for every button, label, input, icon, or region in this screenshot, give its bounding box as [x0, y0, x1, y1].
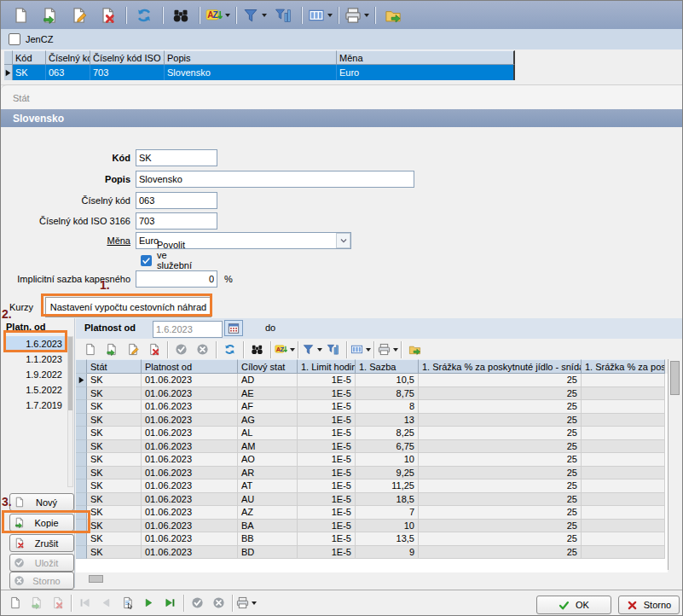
platnost-od-input[interactable]	[153, 321, 223, 338]
list-item[interactable]: 1.9.2022	[4, 367, 66, 382]
table-row[interactable]: SK01.06.2023BD1E-5925	[76, 546, 668, 560]
page-new-button[interactable]	[4, 594, 26, 612]
apply-button[interactable]	[171, 340, 192, 358]
sort-button[interactable]: AZ	[274, 340, 295, 358]
scrollbar-thumb[interactable]	[670, 361, 680, 395]
column-header[interactable]: 1. Limit hodin	[298, 359, 356, 374]
rates-horizontal-scrollbar[interactable]	[76, 574, 668, 584]
filter-button[interactable]	[301, 340, 322, 358]
page-open-button	[26, 594, 47, 612]
columns-button[interactable]	[350, 340, 371, 358]
page-new-button[interactable]	[79, 340, 101, 358]
kapesne-input[interactable]	[136, 270, 217, 288]
table-cell: 1E-5	[298, 374, 356, 387]
columns-button[interactable]	[305, 3, 334, 26]
page-delete-button[interactable]	[93, 3, 122, 26]
export-button[interactable]	[379, 3, 408, 26]
column-header[interactable]: Stát	[87, 359, 142, 374]
table-cell: 10,5	[356, 374, 419, 387]
povolit-checkbox[interactable]	[141, 255, 152, 266]
table-row[interactable]: SK01.06.2023AO1E-51025	[76, 453, 668, 467]
print-button[interactable]	[342, 3, 371, 26]
storno-button[interactable]: Storno	[618, 596, 680, 614]
table-row[interactable]: SK01.06.2023AZ1E-5725	[76, 506, 668, 520]
table-row[interactable]: SK01.06.2023BA1E-51025	[76, 520, 668, 533]
refresh-button[interactable]	[219, 340, 240, 358]
nav-last-button[interactable]	[159, 594, 181, 612]
sort-button[interactable]: AZ	[203, 3, 232, 26]
rates-table-header: StátPlatnost odCílový stat1. Limit hodin…	[76, 359, 665, 374]
table-row[interactable]: SK01.06.2023AT1E-511,2525	[76, 479, 668, 493]
jencz-checkbox[interactable]	[9, 33, 20, 45]
scrollbar-thumb[interactable]	[68, 337, 72, 410]
column-header-ciselny-kod[interactable]: Číselný kód	[46, 50, 90, 65]
export-button[interactable]	[404, 340, 425, 358]
iso-input[interactable]	[136, 212, 217, 230]
table-cell: 8,75	[356, 387, 419, 401]
column-header-popis[interactable]: Popis	[165, 50, 337, 65]
nav-prev-icon	[100, 596, 113, 609]
apply-button[interactable]	[187, 594, 208, 612]
page-open-button[interactable]	[35, 3, 64, 26]
page-edit-button[interactable]	[64, 3, 93, 26]
find-button[interactable]	[246, 340, 268, 358]
table-cell: SK	[87, 440, 142, 454]
table-row[interactable]: SK01.06.2023AG1E-51325	[76, 414, 668, 427]
mena-label[interactable]: Měna	[1, 235, 130, 246]
print-button[interactable]	[235, 594, 257, 612]
row-marker-gutter	[76, 359, 87, 374]
cell-kod: SK	[13, 65, 46, 80]
zrusit-button[interactable]: Zrušit	[9, 534, 74, 552]
column-header-iso[interactable]: Číselný kód ISO 3166	[90, 50, 165, 65]
filter-button[interactable]	[240, 3, 269, 26]
page-new-button[interactable]	[6, 3, 35, 26]
cancel-button[interactable]	[192, 340, 213, 358]
novy-button[interactable]: Nový	[9, 493, 74, 511]
column-header[interactable]: Platnost od	[142, 359, 238, 374]
column-header[interactable]: 1. Sazba	[356, 359, 419, 374]
table-row[interactable]: SK01.06.2023AR1E-59,2525	[76, 467, 668, 480]
kod-input[interactable]	[136, 149, 217, 166]
list-item[interactable]: 1.5.2022	[4, 382, 66, 398]
ciselny-kod-input[interactable]	[136, 192, 217, 209]
list-item[interactable]: 1.7.2019	[4, 398, 66, 413]
table-row[interactable]: SK01.06.2023AD1E-510,525	[76, 374, 668, 387]
list-item[interactable]: 1.1.2023	[4, 352, 66, 367]
column-header[interactable]: 1. Srážka % za poskytnuté jídlo - snídan…	[419, 359, 582, 374]
table-row[interactable]: SK01.06.2023AU1E-518,525	[76, 493, 668, 507]
refresh-button[interactable]	[130, 3, 159, 26]
table-cell: BA	[238, 520, 298, 533]
storno-side-label: Storno	[25, 576, 68, 586]
column-header-mena[interactable]: Měna	[337, 50, 515, 65]
popis-label: Popis	[1, 174, 130, 184]
table-row[interactable]: SK01.06.2023AM1E-56,7525	[76, 440, 668, 454]
column-header[interactable]: 1. Srážka % za pos	[582, 359, 665, 374]
page-delete-button[interactable]	[143, 340, 165, 358]
filter-data-button[interactable]	[322, 340, 344, 358]
validity-list-scrollbar[interactable]	[67, 336, 73, 487]
popis-input[interactable]	[136, 171, 414, 188]
filter-data-button[interactable]	[269, 3, 298, 26]
table-row[interactable]: SK 063 703 Slovensko Euro	[4, 65, 515, 80]
ok-button[interactable]: OK	[536, 596, 611, 614]
find-button[interactable]	[166, 3, 195, 26]
table-row[interactable]: SK01.06.2023BB1E-513,525	[76, 532, 668, 546]
column-header-kod[interactable]: Kód	[13, 50, 46, 65]
cell-popis: Slovensko	[165, 65, 337, 80]
page-open-button[interactable]	[101, 340, 122, 358]
mena-dropdown-button[interactable]	[336, 233, 350, 248]
column-header[interactable]: Cílový stat	[238, 359, 298, 374]
nav-next-button[interactable]	[138, 594, 159, 612]
table-row[interactable]: SK01.06.2023AE1E-58,7525	[76, 387, 668, 401]
table-row[interactable]: SK01.06.2023AF1E-5825	[76, 400, 668, 414]
table-cell: SK	[87, 400, 142, 414]
cancel-button[interactable]	[208, 594, 229, 612]
tab-kurzy[interactable]: Kurzy	[9, 302, 33, 312]
page-edit-button[interactable]	[122, 340, 143, 358]
scrollbar-thumb[interactable]	[89, 575, 103, 583]
print-button[interactable]	[377, 340, 398, 358]
rates-vertical-scrollbar[interactable]	[668, 359, 680, 570]
table-row[interactable]: SK01.06.2023AL1E-58,2525	[76, 427, 668, 440]
nav-doc-button[interactable]	[117, 594, 138, 612]
calendar-button[interactable]	[224, 320, 243, 336]
